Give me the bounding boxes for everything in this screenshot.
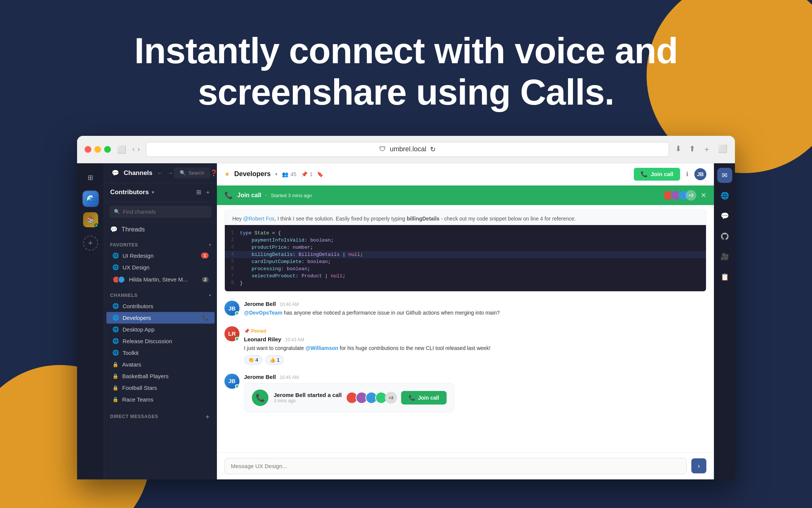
reaction-thumbs[interactable]: 👍 1 <box>265 355 284 365</box>
channels-nav-icon: 💬 <box>112 169 119 176</box>
favorite-item-ux-design[interactable]: 🌐 UX Design <box>106 262 215 273</box>
reaction-clap[interactable]: 👏 4 <box>244 355 262 365</box>
favorite-item-dm[interactable]: Hilda Martin, Steve M... 2 <box>106 273 215 286</box>
call-banner-phone-icon: 📞 <box>224 191 233 199</box>
join-call-card-button[interactable]: 📞 Join call <box>401 391 447 405</box>
favorites-toggle[interactable]: ▾ <box>209 243 211 247</box>
code-line-8: 8 } <box>225 280 706 287</box>
right-sidebar-clipboard-icon[interactable]: 📋 <box>717 269 732 284</box>
message-author: Leonard Riley <box>244 336 281 342</box>
globe-icon: 🌐 <box>112 338 119 344</box>
add-workspace-button[interactable]: + <box>83 236 98 251</box>
add-dm-button[interactable]: ＋ <box>204 412 211 421</box>
info-icon[interactable]: ℹ <box>686 170 688 178</box>
call-card-title: Jerome Bell started a call <box>274 392 342 398</box>
workspace-header: Contributors ▾ ⊞ ＋ <box>104 183 217 202</box>
channels-toggle[interactable]: ▾ <box>209 293 211 297</box>
message-suffix: for his huge contributions to the new CL… <box>340 345 491 351</box>
members-count: 45 <box>291 171 297 177</box>
right-sidebar-github-icon[interactable] <box>717 229 732 244</box>
channel-name: Basketball Players <box>122 373 209 379</box>
reload-icon[interactable]: ↻ <box>430 145 436 154</box>
channel-sidebar: 💬 Channels ← → 🔍 Search ❓ @ 🔖 ⚙ JB <box>104 163 217 479</box>
app-topbar: 💬 Channels ← → 🔍 Search ❓ @ 🔖 ⚙ JB <box>104 163 217 183</box>
code-intro-text: Hey @Robert Fox, I think I see the solut… <box>225 210 706 225</box>
channel-release-discussion[interactable]: 🌐 Release Discussion <box>106 335 215 347</box>
globe-icon: 🌐 <box>112 264 119 270</box>
call-banner-close-button[interactable]: ✕ <box>701 191 706 199</box>
filter-icon[interactable]: ⊞ <box>196 189 201 196</box>
sidebar-grid-icon[interactable]: ⊞ <box>82 169 99 186</box>
message-time: 10:40 AM <box>280 302 299 307</box>
channel-race-teams[interactable]: 🔒 Race Teams <box>106 394 215 405</box>
channel-desktop-app[interactable]: 🌐 Desktop App <box>106 324 215 335</box>
channel-header-name: Developers <box>234 170 271 178</box>
back-button[interactable]: ‹ <box>132 145 135 153</box>
workspace-icon-2[interactable]: 📚 <box>82 211 99 228</box>
threads-item[interactable]: 💬 Threads <box>104 222 217 237</box>
channel-basketball-players[interactable]: 🔒 Basketball Players <box>106 370 215 382</box>
message-time: 10:43 AM <box>285 337 304 342</box>
bookmark-channel-icon[interactable]: 🔖 <box>317 171 323 177</box>
favorite-item-ui-redesign[interactable]: 🌐 UI Redesign 1 <box>106 250 215 262</box>
right-sidebar-messages-icon[interactable]: ✉ <box>717 168 732 183</box>
channel-header-chevron[interactable]: ▾ <box>275 172 277 177</box>
workspace-icon-1[interactable]: 🌊 <box>82 190 99 207</box>
lock-icon: 🔒 <box>112 373 118 379</box>
phone-icon: 📞 <box>641 171 648 178</box>
find-channels-input[interactable]: 🔍 <box>109 206 212 218</box>
threads-icon: 💬 <box>110 226 118 233</box>
online-dot <box>235 384 239 388</box>
favorites-header: FAVORITES ▾ <box>104 237 217 250</box>
browser-actions: ⬇ ⬆ ＋ ⬜ <box>675 144 727 154</box>
message-header-jerome-1: Jerome Bell 10:40 AM <box>244 301 706 307</box>
download-icon[interactable]: ⬇ <box>675 144 682 154</box>
header-user-avatar[interactable]: JB <box>694 168 706 180</box>
tabs-icon[interactable]: ⬜ <box>718 144 727 154</box>
sidebar-toggle-icon[interactable]: ⬜ <box>117 145 126 154</box>
help-icon[interactable]: ❓ <box>210 169 217 176</box>
call-banner: 📞 Join call · Started 3 mins ago +3 ✕ <box>217 186 714 205</box>
channel-header-left: ★ Developers ▾ 👥 45 📌 1 🔖 <box>224 170 323 178</box>
join-call-label: Join call <box>651 171 673 177</box>
channel-toolkit[interactable]: 🌐 Toolkit <box>106 347 215 359</box>
share-icon[interactable]: ⬆ <box>689 144 695 154</box>
close-button[interactable] <box>85 146 91 153</box>
maximize-button[interactable] <box>104 146 111 153</box>
new-tab-icon[interactable]: ＋ <box>703 144 710 154</box>
topbar-search-icon: 🔍 <box>180 170 186 176</box>
topbar-back[interactable]: ← <box>157 170 163 176</box>
right-sidebar-video-icon[interactable]: 🎥 <box>717 249 732 264</box>
code-line-6: 6 processing: boolean; <box>225 265 706 272</box>
find-channels-field[interactable] <box>123 209 207 215</box>
topbar-search-bar[interactable]: 🔍 Search <box>174 167 210 178</box>
channel-avatars[interactable]: 🔒 Avatars <box>106 359 215 370</box>
join-call-header-button[interactable]: 📞 Join call <box>634 168 680 181</box>
send-message-button[interactable]: › <box>691 458 706 473</box>
topbar-forward[interactable]: → <box>168 170 174 176</box>
channel-name: Contributors <box>123 303 209 309</box>
sidebar-icons-column: ⊞ 🌊 📚 + <box>77 163 104 479</box>
channel-name: Toolkit <box>123 350 209 356</box>
channel-football-stars[interactable]: 🔒 Football Stars <box>106 382 215 394</box>
channel-developers[interactable]: 🌐 Developers 📞 <box>106 312 215 324</box>
channel-contributors[interactable]: 🌐 Contributors <box>106 300 215 312</box>
forward-button[interactable]: › <box>138 145 140 153</box>
globe-icon: 🌐 <box>112 252 119 259</box>
message-author: Jerome Bell <box>244 301 276 307</box>
right-sidebar-chat-icon[interactable]: 💬 <box>717 208 732 224</box>
add-channel-icon[interactable]: ＋ <box>205 189 211 196</box>
avatar-leonard-riley: LR <box>224 326 239 341</box>
privacy-icon: 🛡 <box>379 145 386 153</box>
right-sidebar-globe-icon[interactable]: 🌐 <box>717 188 732 203</box>
minimize-button[interactable] <box>94 146 101 153</box>
message-text-leonard: I just want to congratulate @Williamson … <box>244 344 706 352</box>
hero-title: Instantly connect with voice and screens… <box>75 30 737 113</box>
call-overflow-count: +3 <box>686 190 696 201</box>
pinned-tag: 📌 Pinned <box>244 329 266 334</box>
message-input-field[interactable] <box>224 458 687 474</box>
address-bar[interactable]: 🛡 umbrel.local ↻ <box>146 142 669 157</box>
url-text: umbrel.local <box>390 145 426 153</box>
star-icon[interactable]: ★ <box>224 170 230 178</box>
message-item-leonard: LR 📌 Pinned Leonard Riley 10:43 AM <box>217 322 714 369</box>
